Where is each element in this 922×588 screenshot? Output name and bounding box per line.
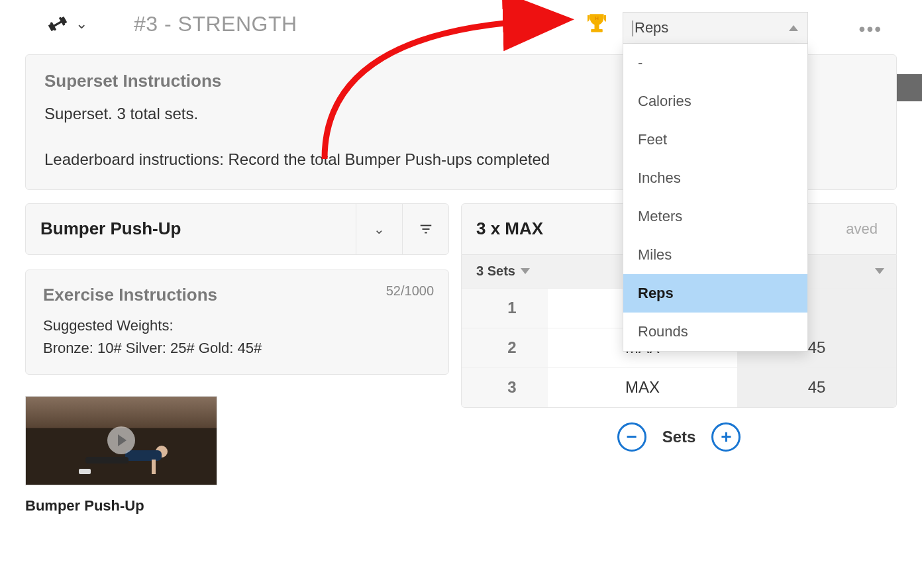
- exercise-instr-line1: Suggested Weights:: [43, 315, 431, 337]
- leaderboard-metric-dropdown[interactable]: Reps -CaloriesFeetInchesMetersMilesRepsR…: [623, 12, 808, 352]
- dropdown-option[interactable]: Calories: [623, 82, 807, 121]
- exercise-thumbnail-block: Bumper Push-Up: [25, 396, 449, 514]
- svg-rect-12: [125, 450, 162, 461]
- set-number: 3: [462, 368, 548, 407]
- svg-rect-5: [595, 24, 599, 29]
- thumbnail-caption: Bumper Push-Up: [25, 497, 449, 514]
- chevron-down-icon: [521, 268, 530, 274]
- exercise-expand[interactable]: ⌄: [356, 204, 402, 254]
- set-number: 1: [462, 289, 548, 328]
- exercise-instr-line2: Bronze: 10# Silver: 25# Gold: 45#: [43, 337, 431, 360]
- dropdown-option[interactable]: Reps: [623, 274, 807, 313]
- dropdown-option[interactable]: Miles: [623, 236, 807, 274]
- section-title: #3 - STRENGTH: [134, 12, 297, 36]
- exercise-video-thumbnail[interactable]: [25, 396, 217, 485]
- svg-rect-4: [53, 21, 62, 27]
- trophy-icon: H: [583, 11, 611, 38]
- char-count: 52/1000: [386, 283, 434, 299]
- saved-status: aved: [827, 220, 896, 238]
- svg-rect-13: [85, 457, 128, 464]
- dumbbell-icon: [46, 13, 69, 35]
- set-rest[interactable]: 45: [737, 368, 896, 407]
- svg-text:H: H: [595, 15, 599, 21]
- chevron-down-icon: [875, 268, 884, 274]
- sets-control-label: Sets: [662, 428, 696, 446]
- dropdown-option[interactable]: Inches: [623, 159, 807, 197]
- dropdown-option[interactable]: -: [623, 44, 807, 82]
- dropdown-option[interactable]: Rounds: [623, 313, 807, 351]
- remove-set-button[interactable]: −: [617, 422, 646, 452]
- col-sets-header[interactable]: 3 Sets: [462, 264, 548, 279]
- exercise-instructions-card: Exercise Instructions 52/1000 Suggested …: [25, 270, 449, 375]
- dropdown-option[interactable]: Meters: [623, 197, 807, 236]
- workout-header: ⌄ #3 - STRENGTH H Reps -CaloriesFeetInch…: [0, 0, 922, 48]
- sets-controls: − Sets +: [461, 422, 897, 452]
- set-number: 2: [462, 328, 548, 368]
- dropdown-value: Reps: [635, 19, 668, 36]
- exercise-filter[interactable]: [402, 204, 448, 254]
- sets-row: 3MAX45: [462, 368, 896, 407]
- workout-type-dropdown[interactable]: ⌄: [76, 15, 87, 32]
- text-cursor: [633, 21, 633, 36]
- add-set-button[interactable]: +: [711, 422, 741, 452]
- chevron-up-icon: [789, 25, 798, 31]
- leaderboard-trophy[interactable]: H: [583, 11, 611, 41]
- more-menu[interactable]: •••: [859, 19, 882, 40]
- exercise-name: Bumper Push-Up: [26, 219, 356, 239]
- dropdown-option[interactable]: Feet: [623, 121, 807, 159]
- set-reps[interactable]: MAX: [548, 368, 737, 407]
- exercise-title-bar: Bumper Push-Up ⌄: [25, 203, 449, 255]
- play-icon: [107, 426, 135, 454]
- filter-icon: [419, 222, 433, 236]
- svg-rect-14: [79, 469, 91, 474]
- svg-rect-6: [591, 29, 603, 32]
- dropdown-input[interactable]: Reps: [623, 12, 808, 44]
- dropdown-list: -CaloriesFeetInchesMetersMilesRepsRounds: [623, 44, 808, 352]
- exercise-instructions-heading: Exercise Instructions: [43, 285, 431, 305]
- svg-rect-15: [152, 460, 156, 474]
